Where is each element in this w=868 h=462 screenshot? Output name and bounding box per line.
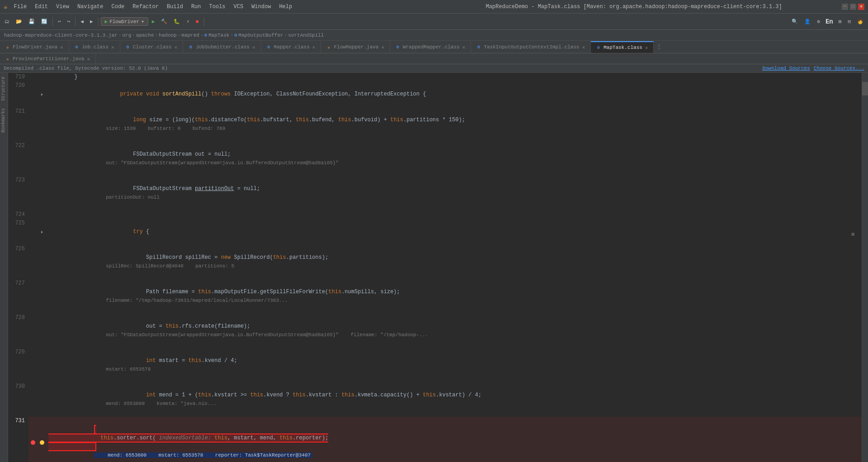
code-line-730: 730 int mend = 1 + (this.kvstart >= this… — [8, 382, 862, 417]
editor-area: Structure Bookmarks 719 } — [0, 73, 868, 462]
tab-taskinputoutput[interactable]: ⚙ TaskInputOutputContextImpl.class ✕ — [471, 41, 591, 53]
line-content-719: } — [47, 73, 862, 81]
fold-arrow-720 — [39, 91, 45, 98]
redo-button[interactable]: ↪ — [65, 17, 73, 26]
sync-button[interactable]: 🔄 — [38, 17, 50, 26]
search-button[interactable]: 🔍 — [789, 17, 801, 26]
tab-mapper-close[interactable]: ✕ — [311, 44, 316, 51]
line-content-722: FSDataOutputStream out = null; out: "FSD… — [47, 142, 862, 176]
code-line-731: 731 this.sorter.sort( indexedSortable: t… — [8, 417, 862, 462]
layout-button[interactable]: ⊞ — [836, 17, 844, 26]
download-sources-link[interactable]: Download Sources — [762, 66, 810, 71]
bc-jar[interactable]: hadoop-mapreduce-client-core-3.1.3.jar — [4, 33, 118, 38]
menu-file[interactable]: File — [10, 3, 30, 11]
code-line-720: 720 private void sortAndSpill() throws I… — [8, 81, 862, 107]
bc-hadoop[interactable]: hadoop — [159, 33, 177, 38]
line-gutter-731 — [28, 417, 38, 462]
menu-code[interactable]: Code — [108, 3, 128, 11]
code-editor[interactable]: 719 } 720 — [8, 73, 862, 462]
menu-view[interactable]: View — [52, 3, 73, 11]
bc-mapoutputbuffer[interactable]: MapOutputBuffer — [239, 33, 283, 38]
tab-provincepartitioner-close[interactable]: ✕ — [86, 56, 91, 62]
tab-flowdriver[interactable]: ☕ FlowDriver.java ✕ — [0, 41, 69, 53]
new-project-button[interactable]: 🗂 — [2, 17, 12, 26]
code-line-719: 719 } — [8, 73, 862, 81]
menu-navigate[interactable]: Navigate — [74, 3, 107, 11]
line-gutter-723 — [28, 176, 38, 210]
user-icon[interactable]: 🧑 — [854, 17, 866, 26]
tab-wrappedmapper-label: WrappedMapper.class — [403, 44, 459, 50]
line-gutter2-719 — [38, 73, 47, 81]
line-content-720: private void sortAndSpill() throws IOExc… — [47, 81, 862, 107]
menu-window[interactable]: Window — [248, 3, 274, 11]
bc-mapred[interactable]: mapred — [181, 33, 199, 38]
maximize-button[interactable]: □ — [850, 4, 856, 10]
tab-mapper[interactable]: ⚙ Mapper.class ✕ — [261, 41, 321, 53]
sidebar-toggle[interactable]: ⊟ — [845, 17, 854, 26]
menu-refactor[interactable]: Refactor — [129, 3, 162, 11]
tab-job-close[interactable]: ✕ — [110, 44, 115, 51]
run-button[interactable]: ▶ — [149, 17, 158, 26]
forward-button[interactable]: ▶ — [87, 17, 96, 26]
tab-jobsubmitter-close[interactable]: ✕ — [251, 44, 256, 51]
undo-button[interactable]: ↩ — [55, 17, 64, 26]
tab-job-icon: ⚙ — [74, 44, 80, 50]
tab-flowmapper[interactable]: ☕ FlowMapper.java ✕ — [321, 41, 390, 53]
tab-maptask-close[interactable]: ✕ — [644, 44, 649, 51]
line-content-726: SpillRecord spillRec = new SpillRecord(t… — [47, 245, 862, 279]
tab-jobsubmitter-icon: ⚙ — [188, 44, 194, 50]
tab-wrappedmapper-close[interactable]: ✕ — [462, 44, 467, 51]
menu-run[interactable]: Run — [188, 3, 205, 11]
tab-flowmapper-close[interactable]: ✕ — [380, 44, 385, 51]
settings-icon[interactable]: ⚙ — [814, 17, 823, 26]
minimize-button[interactable]: ─ — [842, 4, 848, 10]
structure-label[interactable]: Structure — [0, 73, 8, 105]
bc-org[interactable]: org — [122, 33, 131, 38]
run-config-label: FlowDriver — [109, 19, 139, 24]
back-button[interactable]: ◀ — [78, 17, 86, 26]
right-scrollbar[interactable] — [862, 73, 868, 462]
menu-tools[interactable]: Tools — [206, 3, 229, 11]
tab-cluster-close[interactable]: ✕ — [174, 44, 179, 51]
menu-build[interactable]: Build — [163, 3, 187, 11]
build-button[interactable]: 🔨 — [158, 17, 170, 26]
menu-help[interactable]: Help — [275, 3, 296, 11]
info-bar: Decompiled .class file, bytecode version… — [0, 64, 868, 73]
line-content-721: long size = (long)(this.distanceTo(this.… — [47, 107, 862, 142]
tab-cluster-label: Cluster.class — [133, 44, 172, 50]
tab-flowdriver-close[interactable]: ✕ — [59, 44, 64, 51]
bc-maptask[interactable]: MapTask — [208, 33, 229, 38]
run-configuration[interactable]: ▶ FlowDriver ▾ — [101, 17, 148, 26]
tab-provincepartitioner[interactable]: ☕ ProvincePartitioner.java ✕ — [0, 54, 96, 64]
bc-apache[interactable]: apache — [136, 33, 154, 38]
tab-maptask[interactable]: ⚙ MapTask.class ✕ — [591, 41, 654, 53]
bookmarks-label[interactable]: Bookmarks — [0, 105, 8, 136]
tab-cluster-icon: ⚙ — [125, 44, 131, 50]
menu-vcs[interactable]: VCS — [230, 3, 247, 11]
user-avatar[interactable]: 👤 — [802, 17, 813, 26]
coverage-button[interactable]: ⚡ — [184, 17, 192, 26]
line-gutter-730 — [28, 382, 38, 417]
tabs-more-button[interactable]: ⋮ — [654, 43, 665, 50]
line-number-730: 730 — [8, 382, 28, 417]
breakpoint-731[interactable] — [31, 440, 35, 445]
tab-bar: ☕ FlowDriver.java ✕ ⚙ Job.class ✕ ⚙ Clus… — [0, 41, 868, 53]
menu-bar: File Edit View Navigate Code Refactor Bu… — [10, 3, 426, 11]
tab-wrappedmapper[interactable]: ⚙ WrappedMapper.class ✕ — [390, 41, 471, 53]
debug-button[interactable]: 🐛 — [171, 17, 183, 26]
tab-taskinputoutput-close[interactable]: ✕ — [581, 44, 586, 51]
run-config-dropdown[interactable]: ▾ — [141, 19, 144, 24]
tab-cluster[interactable]: ⚙ Cluster.class ✕ — [120, 41, 183, 53]
tab-jobsubmitter[interactable]: ⚙ JobSubmitter.class ✕ — [183, 41, 261, 53]
left-sidebar: Structure Bookmarks — [0, 73, 8, 462]
menu-edit[interactable]: Edit — [31, 3, 52, 11]
bc-sortandspill[interactable]: sortAndSpill — [288, 33, 324, 38]
save-all-button[interactable]: 💾 — [26, 17, 38, 26]
stop-button[interactable]: ■ — [193, 18, 202, 26]
tab-job[interactable]: ⚙ Job.class ✕ — [69, 41, 120, 53]
choose-sources-link[interactable]: Choose Sources... — [814, 66, 864, 71]
open-button[interactable]: 📂 — [13, 17, 25, 26]
close-button[interactable]: ✕ — [858, 4, 864, 10]
line-gutter-719 — [28, 73, 38, 81]
scroll-thumb[interactable] — [862, 82, 868, 95]
